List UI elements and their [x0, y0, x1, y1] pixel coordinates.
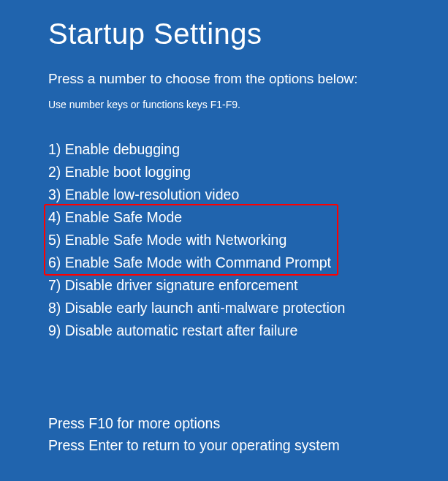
option-9[interactable]: 9) Disable automatic restart after failu…	[48, 319, 448, 342]
footer-more-options: Press F10 for more options	[48, 412, 340, 434]
option-8[interactable]: 8) Disable early launch anti-malware pro…	[48, 297, 448, 319]
option-number: 3)	[48, 186, 61, 202]
page-title: Startup Settings	[48, 18, 448, 50]
option-number: 1)	[48, 141, 61, 157]
options-list: 1) Enable debugging 2) Enable boot loggi…	[48, 138, 448, 342]
option-number: 2)	[48, 164, 61, 180]
option-number: 5)	[48, 232, 61, 248]
option-label: Enable debugging	[65, 141, 180, 157]
instruction-text: Press a number to choose from the option…	[48, 71, 448, 87]
option-label: Enable Safe Mode	[65, 209, 182, 225]
option-label: Enable Safe Mode with Networking	[65, 232, 287, 248]
footer: Press F10 for more options Press Enter t…	[48, 412, 340, 456]
option-label: Enable boot logging	[65, 164, 191, 180]
option-label: Disable early launch anti-malware protec…	[65, 300, 346, 316]
option-label: Disable driver signature enforcement	[65, 277, 298, 293]
option-label: Enable Safe Mode with Command Prompt	[65, 254, 331, 270]
option-4[interactable]: 4) Enable Safe Mode	[48, 206, 448, 229]
footer-return: Press Enter to return to your operating …	[48, 434, 340, 456]
option-number: 7)	[48, 277, 61, 293]
option-2[interactable]: 2) Enable boot logging	[48, 161, 448, 183]
option-5[interactable]: 5) Enable Safe Mode with Networking	[48, 229, 448, 251]
option-number: 9)	[48, 322, 61, 338]
option-1[interactable]: 1) Enable debugging	[48, 138, 448, 161]
option-label: Disable automatic restart after failure	[65, 322, 298, 338]
option-3[interactable]: 3) Enable low-resolution video	[48, 183, 448, 206]
option-label: Enable low-resolution video	[65, 186, 239, 202]
hint-text: Use number keys or functions keys F1-F9.	[48, 99, 448, 110]
option-number: 6)	[48, 254, 61, 270]
option-6[interactable]: 6) Enable Safe Mode with Command Prompt	[48, 251, 448, 274]
option-number: 4)	[48, 209, 61, 225]
option-7[interactable]: 7) Disable driver signature enforcement	[48, 274, 448, 297]
option-number: 8)	[48, 300, 61, 316]
